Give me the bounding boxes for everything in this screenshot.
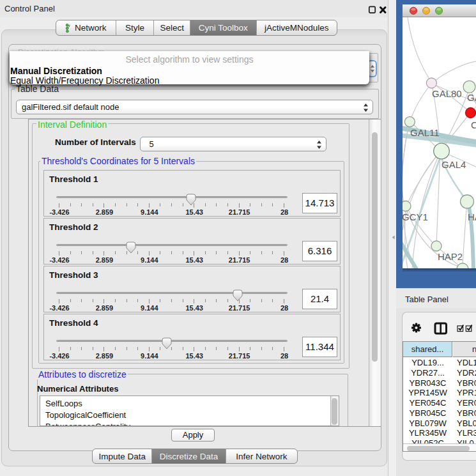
- svg-text:HAP2: HAP2: [438, 251, 463, 262]
- svg-text:HA: HA: [468, 211, 476, 222]
- svg-text:C: C: [471, 119, 476, 130]
- svg-text:GCY1: GCY1: [403, 211, 428, 222]
- svg-text:GAL80: GAL80: [432, 88, 462, 99]
- svg-text:GAL4: GAL4: [441, 159, 466, 170]
- svg-text:GAL11: GAL11: [410, 127, 440, 138]
- svg-text:GA: GA: [467, 92, 476, 103]
